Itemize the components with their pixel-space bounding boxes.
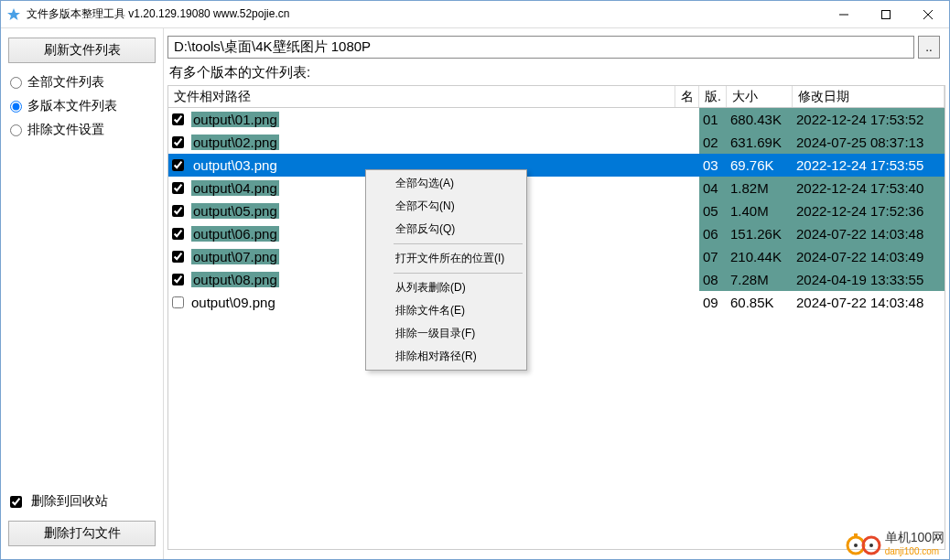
row-path-text: output\07.png — [191, 249, 279, 264]
brand-sub: danji100.com — [885, 546, 945, 556]
cell-version: 03 — [699, 154, 727, 177]
row-checkbox[interactable] — [172, 113, 184, 125]
cell-version: 01 — [699, 108, 727, 131]
view-mode-option[interactable]: 全部文件列表 — [10, 74, 156, 91]
path-row: .. — [164, 28, 949, 62]
cell-name — [675, 131, 699, 154]
recycle-bin-label: 删除到回收站 — [31, 493, 108, 510]
cell-version: 02 — [699, 131, 727, 154]
row-checkbox[interactable] — [172, 228, 184, 240]
menu-item[interactable]: 全部反勾(Q) — [368, 218, 524, 241]
view-mode-option[interactable]: 多版本文件列表 — [10, 98, 156, 114]
refresh-button[interactable]: 刷新文件列表 — [8, 38, 156, 63]
cell-size: 69.76K — [727, 154, 793, 177]
cell-date: 2022-12-24 17:53:52 — [793, 108, 945, 131]
view-mode-label: 全部文件列表 — [27, 74, 104, 91]
row-checkbox[interactable] — [172, 136, 184, 148]
recycle-bin-checkbox[interactable] — [10, 496, 22, 508]
column-version[interactable]: 版. — [699, 86, 727, 107]
table-row[interactable]: output\04.png041.82M2022-12-24 17:53:40 — [168, 177, 945, 199]
svg-marker-0 — [7, 8, 20, 20]
cell-date: 2024-07-22 14:03:48 — [793, 291, 945, 314]
cell-date: 2022-12-24 17:53:40 — [793, 177, 945, 199]
row-path-text: output\06.png — [191, 226, 279, 242]
delete-checked-button[interactable]: 删除打勾文件 — [8, 521, 156, 546]
cell-date: 2024-07-22 14:03:48 — [793, 222, 945, 245]
window-controls — [823, 1, 949, 28]
path-input[interactable] — [167, 36, 914, 59]
row-checkbox[interactable] — [172, 182, 184, 194]
cell-name — [675, 108, 699, 131]
brand-logo: 单机100网 danji100.com — [845, 529, 945, 556]
menu-item[interactable]: 全部不勾(N) — [368, 195, 524, 218]
table-body: output\01.png01680.43K2022-12-24 17:53:5… — [168, 108, 945, 314]
cell-name — [675, 177, 699, 199]
sidebar: 刷新文件列表 全部文件列表多版本文件列表排除文件设置 删除到回收站 删除打勾文件 — [1, 28, 164, 559]
column-date[interactable]: 修改日期 — [793, 86, 945, 107]
cell-size: 1.40M — [727, 199, 793, 222]
table-row[interactable]: output\03.png0369.76K2022-12-24 17:53:55 — [168, 154, 945, 177]
menu-item[interactable]: 全部勾选(A) — [368, 172, 524, 195]
cell-name — [675, 154, 699, 177]
cell-size: 680.43K — [727, 108, 793, 131]
view-mode-option[interactable]: 排除文件设置 — [10, 122, 156, 138]
row-path-text: output\08.png — [191, 272, 279, 287]
menu-item[interactable]: 从列表删除(D) — [368, 276, 524, 299]
view-mode-label: 排除文件设置 — [27, 122, 104, 138]
view-mode-radio[interactable] — [10, 124, 22, 136]
table-row[interactable]: output\08.png087.28M2024-04-19 13:33:55 — [168, 268, 945, 291]
browse-button[interactable]: .. — [918, 36, 940, 59]
column-path[interactable]: 文件相对路径 — [168, 86, 675, 107]
context-menu: 全部勾选(A)全部不勾(N)全部反勾(Q)打开文件所在的位置(I)从列表删除(D… — [365, 169, 527, 371]
cell-date: 2024-07-25 08:37:13 — [793, 131, 945, 154]
cell-size: 210.44K — [727, 245, 793, 268]
menu-separator — [394, 243, 523, 244]
maximize-button[interactable] — [865, 1, 907, 28]
svg-point-7 — [854, 544, 858, 547]
cell-version: 04 — [699, 177, 727, 199]
view-mode-radio[interactable] — [10, 77, 22, 89]
row-checkbox[interactable] — [172, 251, 184, 263]
menu-item[interactable]: 打开文件所在的位置(I) — [368, 247, 524, 270]
svg-rect-2 — [882, 10, 891, 18]
close-button[interactable] — [907, 1, 949, 28]
cell-date: 2024-04-19 13:33:55 — [793, 268, 945, 291]
column-name[interactable]: 名 — [675, 86, 699, 107]
app-icon — [6, 7, 21, 22]
brand-name: 单机100网 — [885, 530, 945, 546]
menu-item[interactable]: 排除一级目录(F) — [368, 322, 524, 345]
table-row[interactable]: output\02.png02631.69K2024-07-25 08:37:1… — [168, 131, 945, 154]
svg-point-9 — [869, 544, 873, 547]
view-mode-radio[interactable] — [10, 101, 22, 113]
table-row[interactable]: output\06.png06151.26K2024-07-22 14:03:4… — [168, 222, 945, 245]
cell-path: output\01.png — [168, 108, 675, 131]
cell-version: 07 — [699, 245, 727, 268]
row-checkbox[interactable] — [172, 296, 184, 308]
menu-item[interactable]: 排除文件名(E) — [368, 299, 524, 322]
menu-separator — [394, 273, 523, 274]
brand-icon — [845, 529, 881, 556]
minimize-button[interactable] — [823, 1, 865, 28]
cell-version: 09 — [699, 291, 727, 314]
cell-version: 08 — [699, 268, 727, 291]
cell-path: output\02.png — [168, 131, 675, 154]
cell-date: 2022-12-24 17:52:36 — [793, 199, 945, 222]
cell-size: 60.85K — [727, 291, 793, 314]
table-row[interactable]: output\05.png051.40M2022-12-24 17:52:36 — [168, 199, 945, 222]
menu-item[interactable]: 排除相对路径(R) — [368, 345, 524, 368]
row-checkbox[interactable] — [172, 274, 184, 285]
recycle-bin-check[interactable]: 删除到回收站 — [10, 493, 154, 510]
cell-size: 7.28M — [727, 268, 793, 291]
window-title: 文件多版本整理工具 v1.20.129.19080 www.52pojie.cn — [27, 6, 823, 22]
cell-name — [675, 245, 699, 268]
table-row[interactable]: output\07.png07210.44K2024-07-22 14:03:4… — [168, 245, 945, 268]
row-path-text: output\04.png — [191, 180, 279, 196]
view-mode-radio-group: 全部文件列表多版本文件列表排除文件设置 — [8, 74, 156, 138]
table-row[interactable]: output\01.png01680.43K2022-12-24 17:53:5… — [168, 108, 945, 131]
cell-version: 05 — [699, 199, 727, 222]
table-row[interactable]: output\09.png0960.85K2024-07-22 14:03:48 — [168, 291, 945, 314]
column-size[interactable]: 大小 — [727, 86, 793, 107]
row-checkbox[interactable] — [172, 159, 184, 171]
row-checkbox[interactable] — [172, 205, 184, 217]
cell-version: 06 — [699, 222, 727, 245]
